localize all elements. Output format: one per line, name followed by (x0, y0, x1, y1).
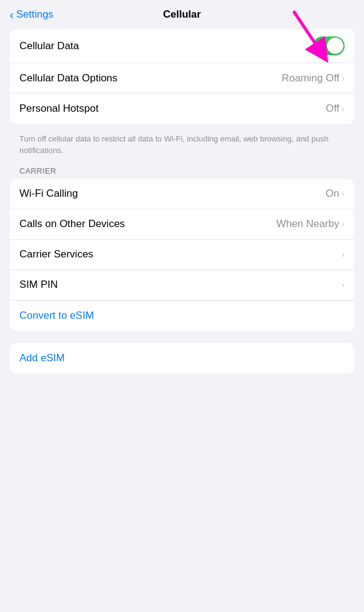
calls-other-devices-value: When Nearby (276, 218, 339, 230)
wifi-calling-right: On › (326, 188, 345, 200)
sim-pin-label: SIM PIN (19, 279, 58, 291)
calls-other-devices-row[interactable]: Calls on Other Devices When Nearby › (10, 209, 354, 240)
wifi-calling-chevron: › (342, 189, 345, 199)
sim-pin-right: › (342, 280, 345, 290)
toggle-knob (327, 38, 343, 54)
carrier-services-right: › (342, 250, 345, 259)
back-label: Settings (16, 8, 53, 21)
cellular-data-options-right: Roaming Off › (281, 72, 345, 84)
wifi-calling-value: On (326, 188, 340, 200)
carrier-card: Wi-Fi Calling On › Calls on Other Device… (10, 179, 354, 331)
personal-hotspot-chevron: › (342, 104, 345, 114)
personal-hotspot-row[interactable]: Personal Hotspot Off › (10, 93, 354, 124)
convert-esim-label: Convert to eSIM (19, 310, 94, 322)
convert-esim-row[interactable]: Convert to eSIM (10, 301, 354, 331)
main-content: Cellular Data Cellular Data Options Roam… (0, 29, 364, 373)
cellular-data-options-row[interactable]: Cellular Data Options Roaming Off › (10, 63, 354, 93)
add-esim-card: Add eSIM (10, 343, 354, 373)
calls-other-devices-right: When Nearby › (276, 218, 345, 230)
calls-other-devices-chevron: › (342, 219, 345, 229)
wifi-calling-label: Wi-Fi Calling (19, 188, 78, 200)
calls-other-devices-label: Calls on Other Devices (19, 218, 125, 230)
wifi-calling-row[interactable]: Wi-Fi Calling On › (10, 179, 354, 209)
cellular-data-description: Turn off cellular data to restrict all d… (10, 129, 354, 166)
cellular-data-toggle[interactable] (313, 36, 345, 55)
cellular-data-label: Cellular Data (19, 40, 79, 52)
personal-hotspot-right: Off › (326, 103, 345, 115)
carrier-section-header: CARRIER (10, 166, 354, 179)
carrier-services-label: Carrier Services (19, 248, 93, 260)
back-button[interactable]: ‹ Settings (10, 8, 53, 22)
personal-hotspot-label: Personal Hotspot (19, 103, 98, 115)
cellular-data-row[interactable]: Cellular Data (10, 29, 354, 63)
personal-hotspot-value: Off (326, 103, 339, 115)
cellular-data-options-label: Cellular Data Options (19, 72, 118, 84)
carrier-services-chevron: › (342, 250, 345, 259)
cellular-data-card: Cellular Data Cellular Data Options Roam… (10, 29, 354, 124)
page-title: Cellular (163, 8, 201, 21)
navigation-header: ‹ Settings Cellular (0, 0, 364, 29)
cellular-data-options-value: Roaming Off (281, 72, 339, 84)
cellular-data-options-chevron: › (342, 73, 345, 83)
add-esim-label: Add eSIM (19, 352, 65, 364)
sim-pin-row[interactable]: SIM PIN › (10, 270, 354, 301)
carrier-services-row[interactable]: Carrier Services › (10, 240, 354, 270)
back-chevron-icon: ‹ (10, 8, 14, 22)
add-esim-row[interactable]: Add eSIM (10, 343, 354, 373)
sim-pin-chevron: › (342, 280, 345, 290)
